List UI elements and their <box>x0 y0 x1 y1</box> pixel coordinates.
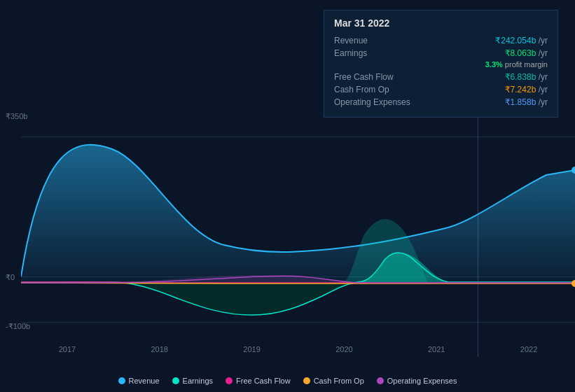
cashop-value: ₹7.242b /yr <box>505 85 548 94</box>
tooltip-row-earnings: Earnings ₹8.063b /yr <box>334 47 548 59</box>
fcf-label: Free Cash Flow <box>334 72 418 82</box>
profit-margin-text: 3.3% profit margin <box>485 60 548 69</box>
legend-dot-fcf <box>226 377 233 384</box>
x-label-2018: 2018 <box>151 345 168 354</box>
margin-row: 3.3% profit margin <box>334 59 548 71</box>
revenue-label: Revenue <box>334 36 418 46</box>
legend-label-revenue: Revenue <box>129 377 160 385</box>
revenue-area <box>21 145 575 282</box>
x-label-2020: 2020 <box>335 345 352 354</box>
tooltip-row-opex: Operating Expenses ₹1.858b /yr <box>334 96 548 108</box>
tooltip-row-fcf: Free Cash Flow ₹6.838b /yr <box>334 71 548 83</box>
earnings-label: Earnings <box>334 48 418 58</box>
x-label-2019: 2019 <box>243 345 260 354</box>
tooltip-row-revenue: Revenue ₹242.054b /yr <box>334 34 548 47</box>
legend-dot-earnings <box>172 377 179 384</box>
chart-svg <box>21 108 575 346</box>
x-label-2021: 2021 <box>428 345 445 354</box>
x-label-2022: 2022 <box>520 345 537 354</box>
revenue-value: ₹242.054b /yr <box>495 36 548 46</box>
tooltip-row-cashop: Cash From Op ₹7.242b /yr <box>334 83 548 96</box>
cashop-label: Cash From Op <box>334 85 418 94</box>
x-label-2017: 2017 <box>59 345 76 354</box>
legend-item-cashop[interactable]: Cash From Op <box>303 377 364 385</box>
legend-item-earnings[interactable]: Earnings <box>172 377 213 385</box>
opex-value: ₹1.858b /yr <box>505 97 548 107</box>
y-label-mid: ₹0 <box>6 273 15 282</box>
legend-dot-cashop <box>303 377 310 384</box>
legend-label-fcf: Free Cash Flow <box>236 377 291 385</box>
legend-label-opex: Operating Expenses <box>387 377 457 385</box>
tooltip-card: Mar 31 2022 Revenue ₹242.054b /yr Earnin… <box>324 10 558 118</box>
legend-label-cashop: Cash From Op <box>314 377 364 385</box>
fcf-value: ₹6.838b /yr <box>505 72 548 82</box>
opex-label: Operating Expenses <box>334 97 418 107</box>
legend-dot-opex <box>377 377 384 384</box>
legend-item-revenue[interactable]: Revenue <box>118 377 160 385</box>
earnings-neg-area <box>112 282 357 315</box>
tooltip-title: Mar 31 2022 <box>334 18 548 29</box>
legend-label-earnings: Earnings <box>183 377 213 385</box>
chart-container: Mar 31 2022 Revenue ₹242.054b /yr Earnin… <box>0 0 575 392</box>
legend-dot-revenue <box>118 377 125 384</box>
legend-item-fcf[interactable]: Free Cash Flow <box>226 377 291 385</box>
legend-item-opex[interactable]: Operating Expenses <box>377 377 457 385</box>
earnings-value: ₹8.063b /yr <box>505 48 548 58</box>
chart-legend: Revenue Earnings Free Cash Flow Cash Fro… <box>0 377 575 385</box>
x-axis-labels: 2017 2018 2019 2020 2021 2022 <box>21 345 575 354</box>
